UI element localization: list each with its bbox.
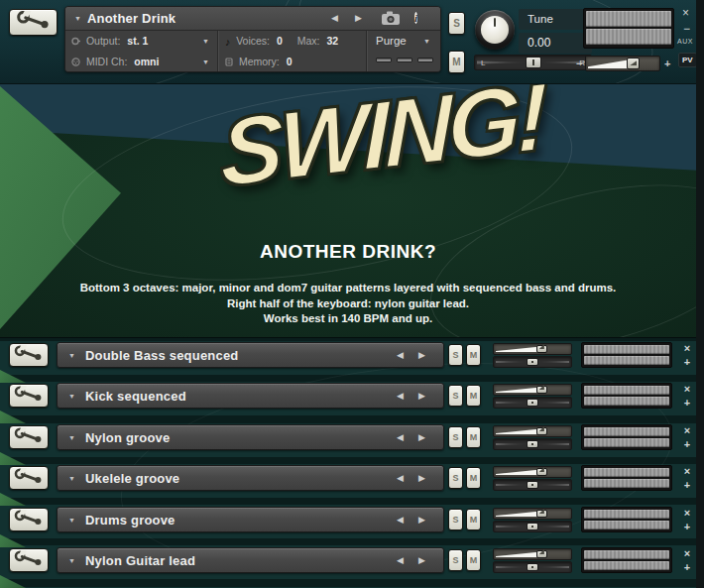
- volume-slider[interactable]: [493, 425, 572, 437]
- next-arrow-icon[interactable]: ▶: [418, 391, 425, 401]
- solo-button[interactable]: S: [448, 426, 463, 448]
- edit-wrench-button[interactable]: [9, 9, 58, 36]
- add-button[interactable]: +: [680, 397, 694, 409]
- group-wrench-button[interactable]: [9, 508, 49, 531]
- solo-button[interactable]: S: [448, 12, 465, 35]
- next-arrow-icon[interactable]: ▶: [418, 515, 425, 525]
- next-instrument-icon[interactable]: ▶: [355, 13, 362, 23]
- pan-slider[interactable]: [493, 521, 572, 532]
- tune-value[interactable]: 0.00: [519, 33, 592, 54]
- remove-button[interactable]: ×: [680, 507, 694, 519]
- volume-handle[interactable]: [536, 345, 547, 353]
- mute-button[interactable]: M: [466, 385, 481, 407]
- group-wrench-button[interactable]: [9, 384, 49, 408]
- prev-instrument-icon[interactable]: ◀: [331, 13, 338, 23]
- chevron-down-icon[interactable]: ▼: [68, 434, 75, 441]
- volume-slider[interactable]: [493, 508, 572, 520]
- volume-handle[interactable]: [536, 386, 547, 394]
- next-arrow-icon[interactable]: ▶: [418, 555, 425, 565]
- remove-button[interactable]: ×: [680, 424, 694, 436]
- mute-button[interactable]: M: [466, 426, 481, 448]
- group-name-bar[interactable]: ▼ Kick sequenced ◀ ▶: [57, 383, 444, 409]
- group-wrench-button[interactable]: [9, 425, 49, 449]
- volume-slider[interactable]: [493, 466, 572, 478]
- add-button[interactable]: +: [680, 438, 694, 450]
- snapshot-camera-button[interactable]: [381, 11, 401, 29]
- tune-knob[interactable]: [475, 10, 515, 50]
- volume-handle[interactable]: [536, 468, 547, 476]
- group-name-bar[interactable]: ▼ Drums groove ◀ ▶: [57, 507, 444, 532]
- minimize-button[interactable]: −: [683, 22, 690, 36]
- volume-handle[interactable]: [536, 510, 547, 518]
- output-field[interactable]: Output: st. 1: [71, 31, 216, 52]
- pan-handle[interactable]: [527, 358, 538, 366]
- volume-slider[interactable]: [493, 384, 572, 396]
- volume-handle[interactable]: [536, 550, 547, 558]
- solo-button[interactable]: S: [448, 385, 463, 407]
- pan-handle[interactable]: [527, 563, 538, 571]
- purge-dropdown-icon[interactable]: ▼: [423, 38, 430, 45]
- prev-arrow-icon[interactable]: ◀: [397, 555, 404, 565]
- add-button[interactable]: +: [680, 521, 694, 532]
- remove-button[interactable]: ×: [680, 465, 694, 477]
- prev-arrow-icon[interactable]: ◀: [397, 391, 404, 401]
- mute-button[interactable]: M: [466, 509, 481, 530]
- max-value[interactable]: 32: [326, 35, 338, 47]
- mute-button[interactable]: M: [466, 344, 481, 366]
- group-name-bar[interactable]: ▼ Double Bass sequenced ◀ ▶: [57, 342, 444, 368]
- remove-button[interactable]: ×: [680, 547, 694, 559]
- pan-handle[interactable]: [527, 440, 538, 448]
- info-button[interactable]: i: [414, 10, 417, 27]
- chevron-down-icon[interactable]: ▼: [68, 352, 75, 359]
- remove-button[interactable]: ×: [680, 342, 694, 354]
- mute-button[interactable]: M: [466, 467, 481, 489]
- solo-button[interactable]: S: [448, 344, 463, 366]
- chevron-down-icon[interactable]: ▼: [74, 15, 81, 22]
- pv-button[interactable]: PV: [678, 53, 696, 67]
- volume-slider[interactable]: [493, 343, 572, 355]
- pan-handle[interactable]: [527, 523, 538, 530]
- midi-channel-field[interactable]: MIDI Ch: omni: [71, 52, 216, 72]
- chevron-down-icon[interactable]: ▼: [68, 393, 75, 400]
- mute-button[interactable]: M: [448, 51, 465, 73]
- solo-button[interactable]: S: [448, 467, 463, 489]
- next-arrow-icon[interactable]: ▶: [418, 473, 425, 483]
- volume-slider[interactable]: [585, 56, 660, 71]
- group-name-bar[interactable]: ▼ Nylon Guitar lead ◀ ▶: [57, 547, 444, 573]
- pan-slider[interactable]: [493, 397, 572, 409]
- add-button[interactable]: +: [680, 356, 694, 368]
- aux-button[interactable]: aux: [677, 38, 693, 45]
- close-button[interactable]: ×: [682, 6, 689, 20]
- remove-button[interactable]: ×: [680, 383, 694, 395]
- prev-arrow-icon[interactable]: ◀: [397, 350, 404, 360]
- volume-slider[interactable]: [493, 548, 572, 560]
- volume-handle[interactable]: [536, 427, 547, 435]
- solo-button[interactable]: S: [448, 549, 463, 571]
- pan-slider[interactable]: [493, 561, 572, 573]
- chevron-down-icon[interactable]: ▼: [68, 557, 75, 564]
- chevron-down-icon[interactable]: ▼: [68, 517, 75, 524]
- pan-slider[interactable]: L R: [474, 55, 592, 70]
- midi-dropdown-icon[interactable]: ▼: [202, 59, 209, 65]
- group-wrench-button[interactable]: [9, 343, 49, 367]
- pan-handle[interactable]: [526, 57, 541, 68]
- output-dropdown-icon[interactable]: ▼: [202, 38, 209, 45]
- pan-handle[interactable]: [527, 481, 538, 489]
- prev-arrow-icon[interactable]: ◀: [397, 473, 404, 483]
- next-arrow-icon[interactable]: ▶: [418, 350, 425, 360]
- pan-slider[interactable]: [493, 438, 572, 450]
- pan-slider[interactable]: [493, 479, 572, 491]
- solo-button[interactable]: S: [448, 509, 463, 530]
- volume-plus[interactable]: +: [664, 58, 670, 69]
- add-button[interactable]: +: [680, 479, 694, 491]
- chevron-down-icon[interactable]: ▼: [68, 475, 75, 482]
- mute-button[interactable]: M: [466, 549, 481, 571]
- volume-minus[interactable]: −: [576, 58, 582, 69]
- volume-handle[interactable]: [627, 58, 640, 69]
- add-button[interactable]: +: [680, 561, 694, 573]
- prev-arrow-icon[interactable]: ◀: [397, 515, 404, 525]
- prev-arrow-icon[interactable]: ◀: [397, 432, 404, 442]
- pan-slider[interactable]: [493, 356, 572, 368]
- next-arrow-icon[interactable]: ▶: [418, 432, 425, 442]
- group-wrench-button[interactable]: [9, 466, 49, 490]
